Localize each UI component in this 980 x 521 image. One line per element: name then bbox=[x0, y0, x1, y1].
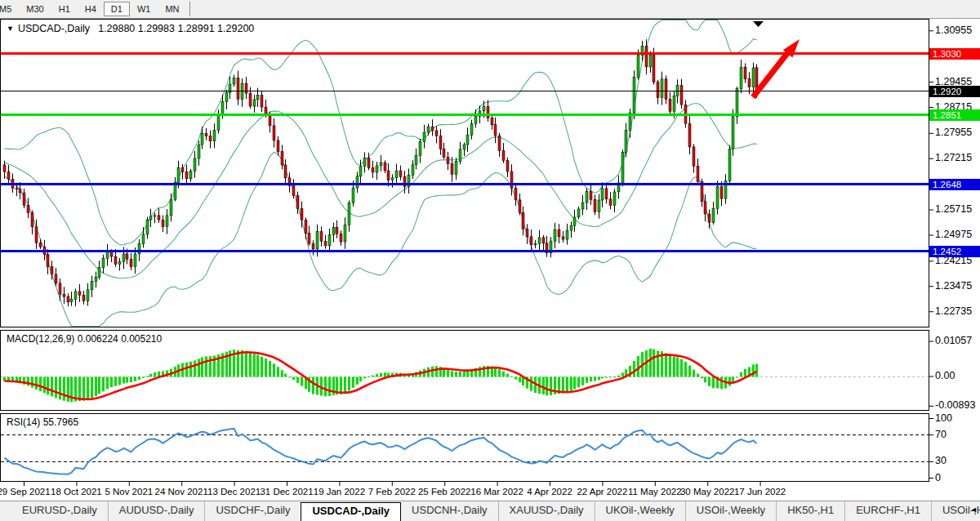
price-badge-1.2452: 1.2452 bbox=[929, 246, 980, 257]
macd-axis-label: -0.00893 bbox=[935, 399, 978, 411]
chart-ohlc-values: 1.29880 1.29983 1.28991 1.29200 bbox=[98, 23, 254, 34]
rsi-value: 55.7965 bbox=[43, 416, 78, 428]
date-axis-label: 30 May 2022 bbox=[680, 487, 735, 497]
rsi-panel bbox=[1, 414, 929, 482]
date-axis-label: 19 Jan 2022 bbox=[314, 487, 365, 497]
chart-canvas bbox=[0, 0, 980, 521]
macd-main-value: 0.006224 bbox=[78, 333, 118, 345]
macd-indicator-label: MACD(12,26,9) 0.006224 0.005210 bbox=[7, 333, 162, 345]
date-axis-label: 11 May 2022 bbox=[628, 487, 682, 497]
price-axis-label: 1.24975 bbox=[935, 229, 978, 240]
main-chart-panel bbox=[1, 20, 929, 327]
date-axis-label: 24 Nov 2021 bbox=[155, 487, 208, 497]
price-axis-label: 1.27955 bbox=[935, 127, 978, 138]
trading-terminal-window: M5M30H1H4D1W1MN ▼USDCAD-,Daily1.29880 1.… bbox=[0, 0, 980, 521]
rsi-axis-label: 100 bbox=[935, 412, 978, 424]
price-badge-1.2851: 1.2851 bbox=[929, 109, 980, 121]
date-axis-label: 22 Apr 2022 bbox=[577, 487, 627, 497]
macd-axis-label: 0.01057 bbox=[935, 335, 978, 346]
price-axis-label: 1.23475 bbox=[935, 280, 978, 292]
date-axis-label: 16 Mar 2022 bbox=[470, 487, 523, 497]
price-axis-label: 1.30955 bbox=[935, 24, 978, 36]
price-axis-label: 1.27215 bbox=[935, 152, 978, 163]
tab-scroll-left-icon[interactable]: ◄ bbox=[970, 505, 978, 514]
rsi-axis-label: 0 bbox=[935, 472, 978, 483]
macd-axis-label: 0.00 bbox=[935, 370, 978, 381]
macd-signal-value: 0.005210 bbox=[121, 333, 162, 345]
price-badge-1.2648: 1.2648 bbox=[929, 179, 980, 190]
date-axis-label: 7 Feb 2022 bbox=[368, 487, 416, 497]
date-axis-label: 17 Jun 2022 bbox=[734, 487, 786, 497]
rsi-indicator-label: RSI(14) 55.7965 bbox=[7, 416, 78, 428]
date-axis-label: 18 Oct 2021 bbox=[51, 487, 102, 497]
date-axis-label: 25 Feb 2022 bbox=[418, 487, 471, 497]
chart-title: ▼USDCAD-,Daily1.29880 1.29983 1.28991 1.… bbox=[7, 23, 254, 34]
date-axis-label: 13 Dec 2021 bbox=[207, 487, 261, 497]
chart-symbol-label: USDCAD-,Daily bbox=[18, 23, 90, 34]
date-axis-label: 31 Dec 2021 bbox=[260, 487, 313, 497]
rsi-name: RSI(14) bbox=[7, 416, 40, 428]
price-axis-label: 1.25715 bbox=[935, 203, 978, 215]
rsi-axis-label: 70 bbox=[935, 429, 978, 440]
title-collapse-icon[interactable]: ▼ bbox=[7, 24, 14, 33]
macd-name: MACD(12,26,9) bbox=[7, 333, 74, 345]
price-badge-1.2920: 1.2920 bbox=[929, 86, 980, 97]
rsi-axis-label: 30 bbox=[935, 455, 978, 466]
price-axis-label: 1.22735 bbox=[935, 305, 978, 317]
date-axis-label: 5 Nov 2021 bbox=[105, 487, 153, 497]
price-badge-1.3030: 1.3030 bbox=[929, 48, 980, 60]
date-axis-label: 4 Apr 2022 bbox=[527, 487, 572, 497]
date-axis-label: 29 Sep 2021 bbox=[0, 487, 51, 497]
